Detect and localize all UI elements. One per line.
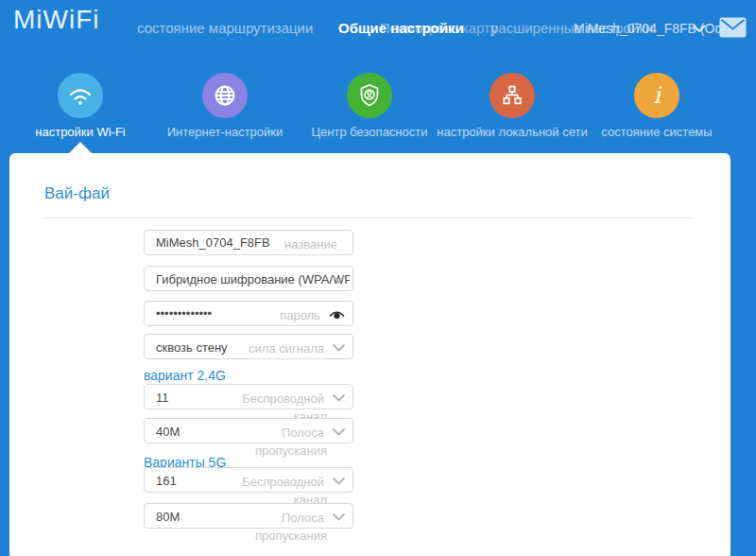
nav-general-settings[interactable]: Общие настройки — [338, 20, 464, 36]
globe-icon — [202, 73, 248, 118]
section-title-24g: вариант 2.4G — [144, 368, 226, 383]
ssid-field[interactable]: название — [144, 230, 353, 255]
bandwidth-24g-select[interactable]: 40M Полоса — [144, 418, 353, 443]
chevron-down-icon — [333, 428, 345, 436]
miwifi-logo: MiWiFi — [13, 5, 100, 35]
encryption-select[interactable]: Гибридное шифрование (WPA/WPA2 Pers — [144, 266, 353, 291]
bandwidth-5g-sublabel: пропускания — [144, 529, 353, 543]
mail-icon[interactable] — [719, 17, 747, 38]
lan-topology-icon — [490, 73, 535, 118]
chevron-down-icon — [333, 394, 345, 402]
bandwidth-24g-label: Полоса — [282, 426, 324, 440]
ssid-field-label: название — [284, 237, 337, 252]
bandwidth-5g-value: 80M — [156, 510, 180, 524]
divider — [44, 217, 693, 218]
tab-system-status[interactable]: i состояние системы — [572, 73, 742, 139]
tab-label: состояние системы — [572, 125, 742, 139]
bandwidth-5g-label: Полоса — [282, 511, 324, 525]
active-tab-pointer — [69, 142, 92, 153]
panel-title: Вай-фай — [44, 184, 110, 203]
encryption-value: Гибридное шифрование (WPA/WPA2 Pers — [156, 272, 350, 287]
bandwidth-5g-select[interactable]: 80M Полоса — [144, 503, 353, 529]
bandwidth-24g-value: 40M — [156, 425, 180, 439]
chevron-down-icon — [333, 276, 345, 284]
signal-strength-label: сила сигнала — [249, 341, 324, 356]
channel-24g-label: Беспроводной — [242, 391, 324, 406]
info-icon: i — [634, 73, 679, 118]
password-field[interactable]: пароль — [144, 301, 353, 326]
chevron-down-icon — [333, 478, 345, 485]
signal-strength-select[interactable]: сквозь стену сила сигнала — [144, 334, 353, 359]
shield-user-icon — [347, 73, 392, 118]
channel-24g-select[interactable]: 11 Беспроводной — [144, 384, 353, 409]
channel-5g-select[interactable]: 161 Беспроводной — [144, 467, 353, 493]
signal-strength-value: сквозь стену — [156, 340, 228, 355]
chevron-down-icon — [333, 513, 345, 521]
password-field-label: пароль — [280, 308, 320, 322]
channel-24g-value: 11 — [156, 391, 169, 405]
wifi-settings-panel: Вай-фай название Гибридное шифрование (W… — [9, 153, 730, 556]
chevron-down-icon[interactable] — [693, 25, 706, 33]
svg-text:i: i — [653, 82, 662, 109]
miwifi-admin-page: MiWiFi состояние маршрутизации Посмотрет… — [0, 0, 756, 556]
eye-icon[interactable] — [329, 308, 345, 321]
password-input[interactable] — [145, 302, 352, 325]
nav-routing-status[interactable]: состояние маршрутизации — [137, 20, 313, 36]
chevron-down-icon — [333, 344, 345, 352]
channel-5g-value: 161 — [156, 474, 177, 488]
channel-5g-label: Беспроводной — [242, 475, 324, 489]
wifi-icon — [58, 73, 103, 118]
